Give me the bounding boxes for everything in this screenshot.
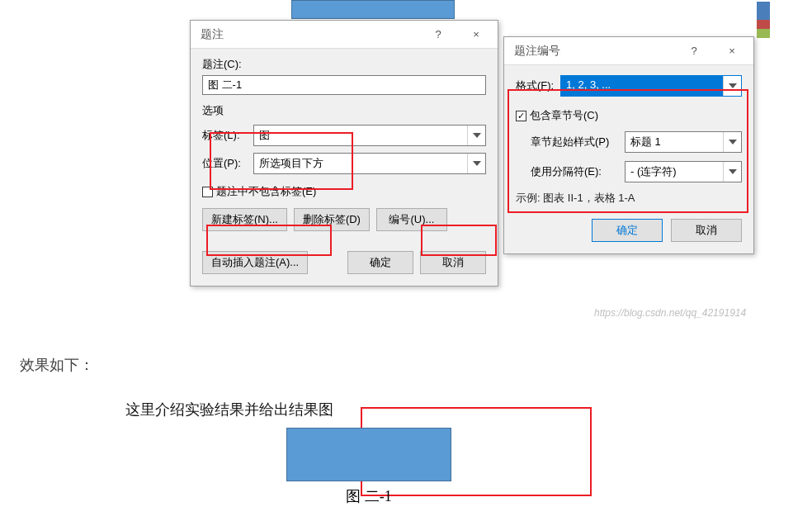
ok-button[interactable]: 确定: [592, 219, 663, 242]
chevron-down-icon: [723, 132, 741, 152]
include-chapter-text: 包含章节号(C): [530, 108, 598, 123]
close-button[interactable]: ×: [461, 23, 491, 46]
auto-insert-button[interactable]: 自动插入题注(A)...: [202, 251, 308, 274]
new-label-button[interactable]: 新建标签(N)...: [202, 208, 287, 231]
chapter-style-value: 标题 1: [626, 132, 723, 152]
cancel-button[interactable]: 取消: [420, 251, 486, 274]
checkbox-icon: ✓: [516, 111, 526, 121]
cancel-button[interactable]: 取消: [671, 219, 742, 242]
options-label: 选项: [202, 103, 486, 118]
dialog-title: 题注编号: [514, 44, 671, 59]
decorative-blue-bar: [291, 0, 455, 19]
row-separator: 使用分隔符(E): - (连字符): [531, 161, 742, 182]
checkbox-icon: [202, 187, 213, 197]
watermark: https://blog.csdn.net/qq_42191914: [594, 307, 746, 319]
dialog-caption: 题注 ? × 题注(C): 选项 标签(L): 图 位置(P): 所选项目下方: [190, 20, 498, 287]
color-strip: [757, 2, 770, 38]
chevron-down-icon: [467, 154, 485, 173]
result-section: 效果如下： 这里介绍实验结果并给出结果图 图 二-1: [20, 355, 792, 506]
position-combo[interactable]: 所选项目下方: [253, 153, 486, 174]
caption-input[interactable]: [202, 75, 486, 95]
figure-wrap: 图 二-1: [125, 424, 612, 506]
example-value: 图表 II-1，表格 1-A: [543, 192, 635, 204]
row-label: 标签(L): 图: [202, 125, 486, 146]
help-button[interactable]: ?: [423, 23, 453, 46]
close-button[interactable]: ×: [717, 40, 747, 63]
ok-button[interactable]: 确定: [347, 251, 413, 274]
label-combo[interactable]: 图: [253, 125, 486, 146]
position-lbl: 位置(P):: [202, 156, 248, 171]
row-position: 位置(P): 所选项目下方: [202, 153, 486, 174]
chevron-down-icon: [723, 162, 741, 182]
chapter-style-combo[interactable]: 标题 1: [625, 131, 742, 153]
numbering-button[interactable]: 编号(U)...: [376, 208, 447, 231]
label-value: 图: [254, 126, 467, 145]
position-value: 所选项目下方: [254, 154, 467, 173]
label-lbl: 标签(L):: [202, 128, 248, 143]
dialog-title: 题注: [201, 27, 415, 42]
chapter-style-lbl: 章节起始样式(P): [531, 135, 620, 149]
help-button[interactable]: ?: [679, 40, 709, 63]
separator-combo[interactable]: - (连字符): [625, 161, 742, 182]
example-lbl: 示例:: [516, 192, 541, 204]
include-chapter-checkbox[interactable]: ✓ 包含章节号(C): [516, 108, 598, 123]
format-lbl: 格式(F):: [516, 78, 555, 93]
example-row: 示例: 图表 II-1，表格 1-A: [516, 191, 742, 206]
format-value: 1, 2, 3, ...: [561, 76, 723, 96]
dialog-caption-numbering: 题注编号 ? × 格式(F): 1, 2, 3, ... ✓ 包含章节号(C) …: [503, 36, 754, 254]
delete-label-button[interactable]: 删除标签(D): [294, 208, 370, 231]
format-combo[interactable]: 1, 2, 3, ...: [560, 75, 742, 97]
caption-label: 题注(C):: [202, 57, 486, 72]
exclude-label-text: 题注中不包含标签(E): [216, 184, 316, 199]
separator-value: - (连字符): [626, 162, 723, 182]
chevron-down-icon: [467, 126, 485, 145]
titlebar[interactable]: 题注 ? ×: [191, 21, 498, 49]
titlebar[interactable]: 题注编号 ? ×: [504, 37, 753, 65]
separator-lbl: 使用分隔符(E):: [531, 164, 620, 179]
effect-label: 效果如下：: [20, 355, 792, 375]
row-format: 格式(F): 1, 2, 3, ...: [516, 75, 742, 97]
result-description: 这里介绍实验结果并给出结果图: [125, 400, 792, 419]
exclude-label-checkbox[interactable]: 题注中不包含标签(E): [202, 184, 316, 199]
figure-placeholder: [286, 428, 451, 481]
row-chapter-style: 章节起始样式(P) 标题 1: [531, 131, 742, 153]
chevron-down-icon: [723, 76, 741, 96]
figure-caption: 图 二-1: [346, 486, 392, 506]
